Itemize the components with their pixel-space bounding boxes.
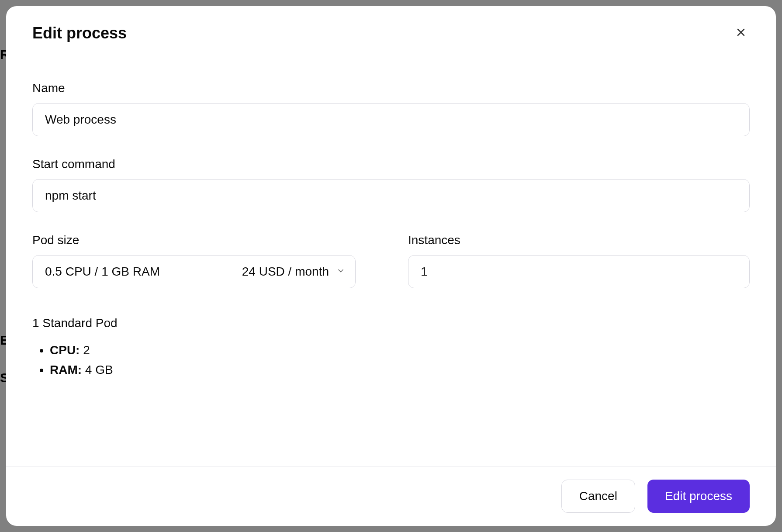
ram-label: RAM: bbox=[50, 363, 82, 377]
pod-size-label: Pod size bbox=[32, 233, 356, 247]
summary-ram: RAM: 4 GB bbox=[50, 360, 750, 380]
close-button[interactable] bbox=[732, 24, 750, 42]
start-command-label: Start command bbox=[32, 157, 750, 171]
cpu-value: 2 bbox=[80, 343, 90, 357]
pod-size-select[interactable]: 0.5 CPU / 1 GB RAM 24 USD / month bbox=[32, 255, 356, 288]
cancel-button[interactable]: Cancel bbox=[561, 480, 635, 513]
submit-button[interactable]: Edit process bbox=[647, 480, 750, 513]
summary-cpu: CPU: 2 bbox=[50, 341, 750, 360]
name-input[interactable] bbox=[32, 103, 750, 136]
modal-footer: Cancel Edit process bbox=[6, 466, 776, 526]
cpu-label: CPU: bbox=[50, 343, 80, 357]
edit-process-modal: Edit process Name Start command Pod size bbox=[6, 6, 776, 526]
summary-list: CPU: 2 RAM: 4 GB bbox=[32, 341, 750, 380]
name-label: Name bbox=[32, 81, 750, 95]
start-command-field: Start command bbox=[32, 157, 750, 212]
pod-size-select-wrap: 0.5 CPU / 1 GB RAM 24 USD / month bbox=[32, 255, 356, 288]
instances-label: Instances bbox=[408, 233, 750, 247]
instances-input[interactable] bbox=[408, 255, 750, 288]
modal-title: Edit process bbox=[32, 24, 127, 42]
summary-title: 1 Standard Pod bbox=[32, 316, 750, 330]
ram-value: 4 GB bbox=[82, 363, 113, 377]
pod-size-field: Pod size 0.5 CPU / 1 GB RAM 24 USD / mon… bbox=[32, 233, 356, 288]
pod-size-spec: 0.5 CPU / 1 GB RAM bbox=[45, 265, 160, 279]
size-instances-row: Pod size 0.5 CPU / 1 GB RAM 24 USD / mon… bbox=[32, 233, 750, 288]
start-command-input[interactable] bbox=[32, 179, 750, 212]
instances-field: Instances bbox=[408, 233, 750, 288]
pod-size-price: 24 USD / month bbox=[242, 265, 329, 279]
pod-summary: 1 Standard Pod CPU: 2 RAM: 4 GB bbox=[32, 316, 750, 380]
modal-header: Edit process bbox=[6, 6, 776, 60]
modal-body: Name Start command Pod size 0.5 CPU / 1 … bbox=[6, 60, 776, 466]
name-field: Name bbox=[32, 81, 750, 136]
close-icon bbox=[736, 27, 746, 39]
